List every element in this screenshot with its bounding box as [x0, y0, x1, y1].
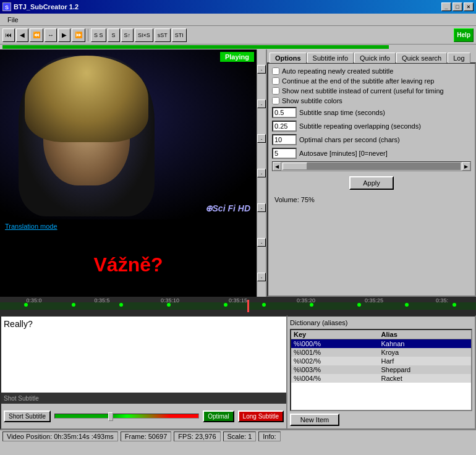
autosave-input[interactable] — [272, 148, 297, 159]
dictionary-panel: Dictionary (aliases) Key Alias %\000/% K… — [287, 315, 476, 430]
short-subtitle-button[interactable]: Short Subtitle — [4, 410, 51, 422]
side-btn-1[interactable]: - — [257, 65, 266, 74]
overlap-input[interactable] — [272, 121, 297, 132]
minimize-button[interactable]: _ — [441, 2, 451, 11]
side-controls: - - - - - - - — [257, 49, 266, 297]
optimal-button[interactable]: Optimal — [203, 410, 234, 422]
s1-button[interactable]: S — [108, 28, 120, 42]
side-btn-2[interactable]: - — [257, 100, 266, 108]
si-button[interactable]: SI×S — [135, 28, 153, 42]
dict-row-2[interactable]: %\002/% Harf — [291, 357, 471, 365]
maximize-button[interactable]: □ — [453, 2, 462, 11]
close-button[interactable]: × — [464, 2, 474, 11]
ss-button[interactable]: S S — [91, 28, 106, 42]
option-row-3: Show next subtitle instead of current (u… — [272, 87, 471, 95]
horizontal-scrollbar[interactable]: ◀ ▶ — [272, 161, 471, 171]
scroll-track — [283, 163, 461, 170]
subtitle-length-slider[interactable] — [54, 414, 199, 419]
status-video-position: Video Position: 0h:35m:14s :493ms — [2, 432, 118, 441]
toolbar-separator-1 — [88, 29, 88, 41]
checkbox-show-next[interactable] — [272, 87, 279, 95]
dict-row-1[interactable]: %\001/% Kroya — [291, 348, 471, 357]
dict-alias-4: Racket — [381, 375, 469, 382]
video-screen: ⊕Sci Fi HD Playing — [0, 49, 257, 219]
checkbox-show-colors[interactable] — [272, 97, 279, 104]
video-section: ⊕Sci Fi HD Playing Translation mode Vážn… — [0, 49, 266, 297]
dict-row-4[interactable]: %\004/% Racket — [291, 374, 471, 383]
scroll-thumb[interactable] — [283, 163, 307, 170]
option-field-2: Subtitle repeating overlapping (seconds) — [272, 121, 471, 132]
status-scale: Scale: 1 — [223, 432, 257, 441]
video-hair — [25, 56, 148, 142]
play-button[interactable]: ▶ — [58, 28, 70, 42]
checkbox-auto-repeat[interactable] — [272, 67, 279, 75]
chars-per-sec-input[interactable] — [272, 134, 297, 145]
scroll-left-arrow[interactable]: ◀ — [273, 162, 281, 171]
tab-options[interactable]: Options — [270, 53, 307, 63]
dictionary-table: Key Alias %\000/% Kahnan %\001/% Kroya %… — [290, 329, 472, 411]
new-item-button[interactable]: New Item — [290, 414, 339, 426]
snap-time-label: Subtitle snap time (seconds) — [299, 109, 385, 116]
s2-button[interactable]: S↑ — [121, 28, 134, 42]
tab-quick-info[interactable]: Quick info — [354, 53, 396, 63]
tl-label-5: 0:35:20 — [272, 297, 340, 304]
dict-key-2: %\002/% — [294, 357, 381, 365]
status-bar: Video Position: 0h:35m:14s :493ms Frame:… — [0, 430, 476, 442]
long-subtitle-button[interactable]: Long Subtitle — [238, 410, 284, 422]
option-row-2: Continue at the end of the subtitle afte… — [272, 77, 471, 85]
snap-time-input[interactable] — [272, 107, 297, 118]
playing-status: Playing — [220, 52, 254, 62]
subtitle-editor[interactable]: Really? — [1, 317, 286, 393]
side-btn-5[interactable]: - — [257, 203, 266, 212]
tl-label-1: 0:35:0 — [0, 297, 68, 304]
translation-bar: Translation mode — [0, 219, 257, 233]
option-field-1: Subtitle snap time (seconds) — [272, 107, 471, 118]
translation-mode-link[interactable]: Translation mode — [5, 223, 57, 230]
dict-key-3: %\003/% — [294, 366, 381, 373]
dict-row-0[interactable]: %\000/% Kahnan — [291, 339, 471, 348]
timeline[interactable]: 0:35:0 0:35:5 0:35:10 0:35:15 0:35:20 0:… — [0, 297, 476, 315]
tl-label-3: 0:35:10 — [136, 297, 204, 304]
tab-log[interactable]: Log — [448, 53, 470, 63]
menu-file[interactable]: File — [2, 15, 23, 25]
tab-content-options: Auto repeating newly created subtitle Co… — [267, 62, 476, 297]
shot-subtitle-label: Shot Subtitle — [4, 395, 39, 402]
video-panel: ⊕Sci Fi HD Playing Translation mode Vážn… — [0, 49, 257, 297]
skip-start-button[interactable]: ⏮ — [2, 28, 15, 42]
fast-forward-button[interactable]: ⏩ — [72, 28, 85, 42]
progress-bar — [2, 45, 389, 49]
app-title: BTJ_SubCreator 1.2 — [14, 3, 79, 11]
prev-button[interactable]: ◀ — [16, 28, 28, 42]
side-btn-3[interactable]: - — [257, 134, 266, 143]
option-label-2: Continue at the end of the subtitle afte… — [282, 77, 434, 85]
dict-alias-0: Kahnan — [381, 340, 469, 347]
tl-label-7: 0:35: — [408, 297, 476, 304]
sst-button[interactable]: sST — [155, 28, 171, 42]
option-label-1: Auto repeating newly created subtitle — [282, 67, 393, 75]
apply-button[interactable]: Apply — [349, 176, 394, 190]
tab-subtitle-info[interactable]: Subtitle info — [307, 53, 354, 63]
dict-key-4: %\004/% — [294, 375, 381, 382]
volume-label: Volume: 75% — [272, 195, 471, 205]
dict-key-1: %\001/% — [294, 349, 381, 356]
option-row-1: Auto repeating newly created subtitle — [272, 67, 471, 75]
scroll-right-arrow[interactable]: ▶ — [462, 162, 470, 171]
tl-label-6: 0:35:25 — [340, 297, 408, 304]
dict-row-3[interactable]: %\003/% Sheppard — [291, 365, 471, 374]
option-field-4: Autosave [minutes] [0=never] — [272, 148, 471, 159]
checkbox-continue[interactable] — [272, 77, 279, 85]
tl-label-2: 0:35:5 — [68, 297, 136, 304]
sti-button[interactable]: STI — [172, 28, 187, 42]
bottom-section: Really? Shot Subtitle Short Subtitle Opt… — [0, 315, 476, 430]
menu-bar: File — [0, 14, 476, 26]
loop-button[interactable]: ↔ — [45, 28, 57, 42]
side-btn-6[interactable]: - — [257, 238, 266, 247]
rewind-button[interactable]: ⏪ — [30, 28, 43, 42]
side-btn-4[interactable]: - — [257, 169, 266, 177]
help-button[interactable]: Help — [454, 28, 474, 42]
scifi-logo: ⊕Sci Fi HD — [205, 203, 250, 213]
editor-footer: Short Subtitle Optimal Long Subtitle — [1, 404, 286, 428]
side-btn-7[interactable]: - — [257, 273, 266, 281]
tab-quick-search[interactable]: Quick search — [396, 53, 447, 63]
chars-per-sec-label: Optimal chars per second (chars) — [299, 136, 400, 143]
